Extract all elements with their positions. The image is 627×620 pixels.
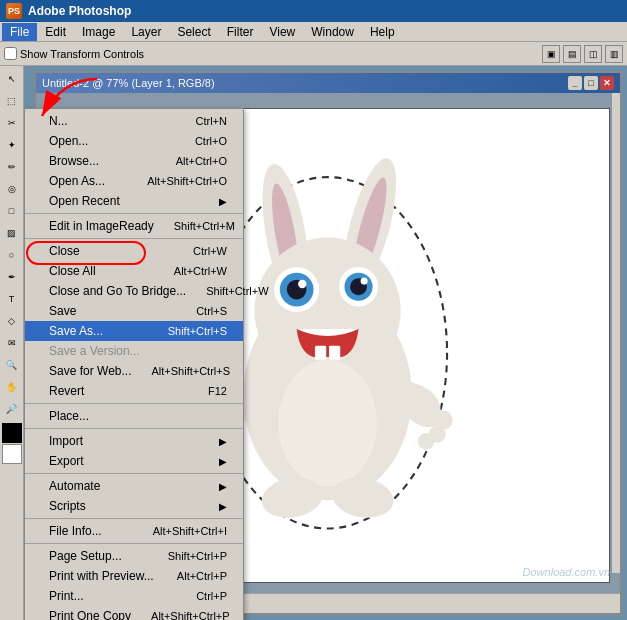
app-icon: PS — [6, 3, 22, 19]
menu-new[interactable]: N... Ctrl+N — [25, 111, 243, 131]
menu-print[interactable]: Print... Ctrl+P — [25, 586, 243, 606]
file-menu-dropdown: N... Ctrl+N Open... Ctrl+O Browse... Alt… — [24, 108, 244, 620]
ps-window-titlebar: Untitled-2 @ 77% (Layer 1, RGB/8) _ □ ✕ — [36, 73, 620, 93]
svg-point-20 — [279, 360, 377, 486]
watermark: Download.com.vn — [523, 566, 610, 578]
tool-notes[interactable]: ✉ — [2, 333, 22, 353]
menu-scripts[interactable]: Scripts ▶ — [25, 496, 243, 516]
menu-section-place: Place... — [25, 404, 243, 429]
menu-browse[interactable]: Browse... Alt+Ctrl+O — [25, 151, 243, 171]
tool-heal[interactable]: ✦ — [2, 135, 22, 155]
menu-print-one-copy[interactable]: Print One Copy Alt+Shift+Ctrl+P — [25, 606, 243, 620]
svg-rect-16 — [329, 345, 340, 359]
svg-point-19 — [418, 433, 435, 450]
menu-save[interactable]: Save Ctrl+S — [25, 301, 243, 321]
title-bar: PS Adobe Photoshop — [0, 0, 627, 22]
toolbox: ↖ ⬚ ✂ ✦ ✏ ◎ □ ▨ ○ ✒ T ◇ ✉ 🔍 ✋ 🔎 — [0, 66, 24, 620]
toolbar-icon-1[interactable]: ▣ — [542, 45, 560, 63]
toolbar-icon-4[interactable]: ▥ — [605, 45, 623, 63]
menu-edit-imageready[interactable]: Edit in ImageReady Shift+Ctrl+M — [25, 216, 243, 236]
menu-open-recent[interactable]: Open Recent ▶ — [25, 191, 243, 211]
menu-save-version[interactable]: Save a Version... — [25, 341, 243, 361]
svg-rect-15 — [315, 345, 326, 359]
ps-minimize-btn[interactable]: _ — [568, 76, 582, 90]
ps-maximize-btn[interactable]: □ — [584, 76, 598, 90]
menu-edit[interactable]: Edit — [37, 23, 74, 41]
menu-close[interactable]: Close Ctrl+W — [25, 241, 243, 261]
menu-section-fileinfo: File Info... Alt+Shift+Ctrl+I — [25, 519, 243, 544]
tool-zoom[interactable]: 🔎 — [2, 399, 22, 419]
menu-section-automate: Automate ▶ Scripts ▶ — [25, 474, 243, 519]
tool-eyedrop[interactable]: 🔍 — [2, 355, 22, 375]
toolbar-icon-3[interactable]: ◫ — [584, 45, 602, 63]
menu-close-bridge[interactable]: Close and Go To Bridge... Shift+Ctrl+W — [25, 281, 243, 301]
menu-view[interactable]: View — [261, 23, 303, 41]
ps-close-btn[interactable]: ✕ — [600, 76, 614, 90]
toolbar: Show Transform Controls ▣ ▤ ◫ ▥ — [0, 42, 627, 66]
menu-place[interactable]: Place... — [25, 406, 243, 426]
menu-section-print: Page Setup... Shift+Ctrl+P Print with Pr… — [25, 544, 243, 620]
menu-print-preview[interactable]: Print with Preview... Alt+Ctrl+P — [25, 566, 243, 586]
transform-controls-option[interactable]: Show Transform Controls — [4, 47, 144, 60]
main-layout: ↖ ⬚ ✂ ✦ ✏ ◎ □ ▨ ○ ✒ T ◇ ✉ 🔍 ✋ 🔎 Untitled… — [0, 66, 627, 620]
menu-export[interactable]: Export ▶ — [25, 451, 243, 471]
menu-save-web[interactable]: Save for Web... Alt+Shift+Ctrl+S — [25, 361, 243, 381]
menu-close-all[interactable]: Close All Alt+Ctrl+W — [25, 261, 243, 281]
menu-open-as[interactable]: Open As... Alt+Shift+Ctrl+O — [25, 171, 243, 191]
ps-window-controls: _ □ ✕ — [568, 76, 614, 90]
svg-point-10 — [298, 279, 306, 287]
tool-brush[interactable]: ✏ — [2, 157, 22, 177]
menu-section-save: Close Ctrl+W Close All Alt+Ctrl+W Close … — [25, 239, 243, 404]
tool-gradient[interactable]: ▨ — [2, 223, 22, 243]
transform-controls-label: Show Transform Controls — [20, 48, 144, 60]
tool-crop[interactable]: ✂ — [2, 113, 22, 133]
tool-shape[interactable]: ◇ — [2, 311, 22, 331]
content-area: Untitled-2 @ 77% (Layer 1, RGB/8) _ □ ✕ — [24, 66, 627, 620]
toolbar-icon-2[interactable]: ▤ — [563, 45, 581, 63]
foreground-color[interactable] — [2, 423, 22, 443]
menu-select[interactable]: Select — [169, 23, 218, 41]
ps-window-title: Untitled-2 @ 77% (Layer 1, RGB/8) — [42, 77, 215, 89]
tool-select[interactable]: ↖ — [2, 69, 22, 89]
menu-revert[interactable]: Revert F12 — [25, 381, 243, 401]
tool-lasso[interactable]: ⬚ — [2, 91, 22, 111]
app-title: Adobe Photoshop — [28, 4, 131, 18]
menu-import[interactable]: Import ▶ — [25, 431, 243, 451]
tool-pen[interactable]: ✒ — [2, 267, 22, 287]
menu-file[interactable]: File — [2, 23, 37, 41]
tool-text[interactable]: T — [2, 289, 22, 309]
menu-help[interactable]: Help — [362, 23, 403, 41]
menu-section-open: N... Ctrl+N Open... Ctrl+O Browse... Alt… — [25, 109, 243, 214]
menu-window[interactable]: Window — [303, 23, 362, 41]
transform-controls-checkbox[interactable] — [4, 47, 17, 60]
tool-hand[interactable]: ✋ — [2, 377, 22, 397]
tool-dodge[interactable]: ○ — [2, 245, 22, 265]
menu-bar: File Edit Image Layer Select Filter View… — [0, 22, 627, 42]
background-color[interactable] — [2, 444, 22, 464]
menu-automate[interactable]: Automate ▶ — [25, 476, 243, 496]
tool-stamp[interactable]: ◎ — [2, 179, 22, 199]
menu-section-imageready: Edit in ImageReady Shift+Ctrl+M — [25, 214, 243, 239]
menu-layer[interactable]: Layer — [123, 23, 169, 41]
scrollbar-vertical[interactable] — [612, 93, 620, 573]
menu-section-importexport: Import ▶ Export ▶ — [25, 429, 243, 474]
menu-page-setup[interactable]: Page Setup... Shift+Ctrl+P — [25, 546, 243, 566]
svg-point-14 — [361, 277, 368, 284]
menu-save-as[interactable]: Save As... Shift+Ctrl+S — [25, 321, 243, 341]
menu-image[interactable]: Image — [74, 23, 123, 41]
menu-file-info[interactable]: File Info... Alt+Shift+Ctrl+I — [25, 521, 243, 541]
menu-filter[interactable]: Filter — [219, 23, 262, 41]
menu-open[interactable]: Open... Ctrl+O — [25, 131, 243, 151]
tool-eraser[interactable]: □ — [2, 201, 22, 221]
